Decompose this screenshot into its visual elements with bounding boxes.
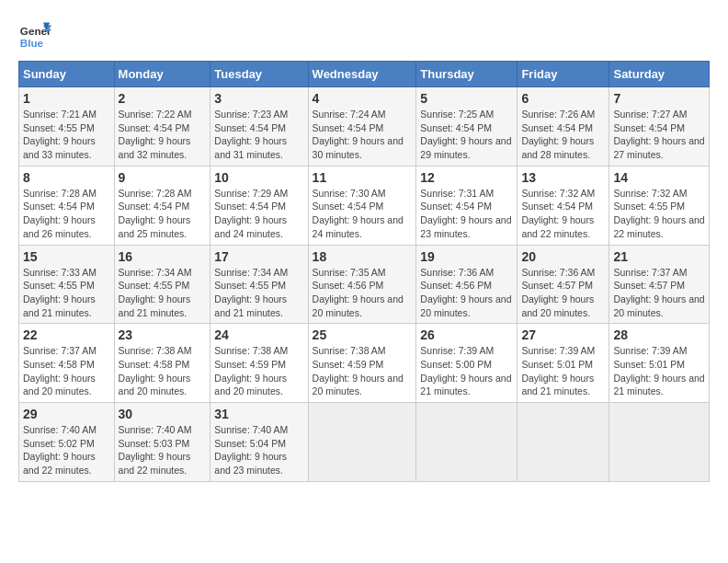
- day-info: Sunrise: 7:39 AM Sunset: 5:00 PM Dayligh…: [420, 344, 513, 398]
- day-number: 4: [313, 91, 413, 106]
- calendar-cell: 13 Sunrise: 7:32 AM Sunset: 4:54 PM Dayl…: [518, 166, 609, 245]
- sunset-label: Sunset: 4:59 PM: [313, 359, 384, 370]
- daylight-label: Daylight: 9 hours and 21 minutes.: [420, 373, 511, 397]
- calendar-cell: 9 Sunrise: 7:28 AM Sunset: 4:54 PM Dayli…: [114, 166, 210, 245]
- sunrise-label: Sunrise: 7:40 AM: [214, 424, 288, 435]
- calendar-cell: 23 Sunrise: 7:38 AM Sunset: 4:58 PM Dayl…: [114, 324, 210, 403]
- sunset-label: Sunset: 4:54 PM: [119, 122, 190, 133]
- calendar-cell: 2 Sunrise: 7:22 AM Sunset: 4:54 PM Dayli…: [114, 87, 210, 167]
- sunset-label: Sunset: 4:57 PM: [521, 280, 593, 291]
- sunset-label: Sunset: 4:54 PM: [214, 201, 286, 212]
- day-number: 9: [119, 170, 207, 185]
- daylight-label: Daylight: 9 hours and 31 minutes.: [214, 135, 287, 160]
- day-number: 12: [420, 170, 513, 185]
- day-number: 31: [214, 407, 303, 421]
- day-info: Sunrise: 7:37 AM Sunset: 4:58 PM Dayligh…: [23, 344, 110, 398]
- day-info: Sunrise: 7:34 AM Sunset: 4:55 PM Dayligh…: [214, 266, 303, 320]
- day-info: Sunrise: 7:23 AM Sunset: 4:54 PM Dayligh…: [214, 108, 303, 162]
- day-number: 28: [613, 327, 705, 342]
- sunset-label: Sunset: 4:55 PM: [23, 122, 95, 133]
- sunrise-label: Sunrise: 7:39 AM: [420, 345, 494, 356]
- calendar-cell: 19 Sunrise: 7:36 AM Sunset: 4:56 PM Dayl…: [416, 245, 518, 324]
- day-number: 7: [613, 91, 705, 106]
- day-number: 22: [23, 327, 110, 342]
- day-info: Sunrise: 7:27 AM Sunset: 4:54 PM Dayligh…: [613, 108, 705, 162]
- calendar-cell: [518, 403, 609, 482]
- sunrise-label: Sunrise: 7:36 AM: [521, 267, 595, 278]
- calendar-cell: [308, 403, 416, 482]
- calendar-cell: 3 Sunrise: 7:23 AM Sunset: 4:54 PM Dayli…: [210, 87, 308, 167]
- calendar-cell: 29 Sunrise: 7:40 AM Sunset: 5:02 PM Dayl…: [19, 403, 115, 482]
- calendar-cell: 26 Sunrise: 7:39 AM Sunset: 5:00 PM Dayl…: [416, 324, 518, 403]
- sunrise-label: Sunrise: 7:39 AM: [521, 345, 595, 356]
- sunrise-label: Sunrise: 7:40 AM: [23, 424, 97, 435]
- sunrise-label: Sunrise: 7:29 AM: [214, 188, 288, 199]
- day-number: 19: [420, 249, 513, 264]
- sunset-label: Sunset: 4:55 PM: [23, 280, 95, 291]
- daylight-label: Daylight: 9 hours and 23 minutes.: [420, 214, 511, 239]
- day-number: 24: [214, 327, 303, 342]
- sunrise-label: Sunrise: 7:31 AM: [420, 188, 494, 199]
- day-number: 16: [119, 249, 207, 264]
- daylight-label: Daylight: 9 hours and 24 minutes.: [313, 214, 404, 239]
- calendar-cell: 17 Sunrise: 7:34 AM Sunset: 4:55 PM Dayl…: [210, 245, 308, 324]
- calendar-cell: 8 Sunrise: 7:28 AM Sunset: 4:54 PM Dayli…: [19, 166, 115, 245]
- calendar-cell: 6 Sunrise: 7:26 AM Sunset: 4:54 PM Dayli…: [518, 87, 609, 167]
- daylight-label: Daylight: 9 hours and 20 minutes.: [613, 293, 704, 318]
- day-number: 26: [420, 327, 513, 342]
- day-info: Sunrise: 7:32 AM Sunset: 4:54 PM Dayligh…: [521, 187, 605, 241]
- sunset-label: Sunset: 5:00 PM: [420, 359, 492, 370]
- sunrise-label: Sunrise: 7:33 AM: [23, 267, 97, 278]
- sunset-label: Sunset: 4:54 PM: [420, 201, 492, 212]
- sunrise-label: Sunrise: 7:32 AM: [521, 188, 595, 199]
- daylight-label: Daylight: 9 hours and 26 minutes.: [23, 214, 96, 239]
- calendar-cell: [416, 403, 518, 482]
- day-info: Sunrise: 7:34 AM Sunset: 4:55 PM Dayligh…: [119, 266, 207, 320]
- day-info: Sunrise: 7:38 AM Sunset: 4:59 PM Dayligh…: [313, 344, 413, 398]
- sunset-label: Sunset: 4:55 PM: [613, 201, 685, 212]
- sunset-label: Sunset: 4:54 PM: [313, 122, 384, 133]
- day-info: Sunrise: 7:25 AM Sunset: 4:54 PM Dayligh…: [420, 108, 513, 162]
- day-number: 5: [420, 91, 513, 106]
- sunset-label: Sunset: 4:59 PM: [214, 359, 286, 370]
- sunset-label: Sunset: 4:56 PM: [313, 280, 384, 291]
- sunset-label: Sunset: 4:54 PM: [313, 201, 384, 212]
- daylight-label: Daylight: 9 hours and 21 minutes.: [119, 293, 191, 318]
- sunset-label: Sunset: 5:04 PM: [214, 438, 286, 449]
- calendar-week-row: 29 Sunrise: 7:40 AM Sunset: 5:02 PM Dayl…: [19, 403, 710, 482]
- day-number: 6: [521, 91, 605, 106]
- sunset-label: Sunset: 5:02 PM: [23, 438, 95, 449]
- daylight-label: Daylight: 9 hours and 21 minutes.: [214, 293, 287, 318]
- logo: General Blue: [18, 18, 57, 52]
- sunrise-label: Sunrise: 7:38 AM: [313, 345, 386, 356]
- sunrise-label: Sunrise: 7:25 AM: [420, 109, 494, 120]
- header-friday: Friday: [518, 62, 609, 87]
- sunrise-label: Sunrise: 7:30 AM: [313, 188, 386, 199]
- day-number: 20: [521, 249, 605, 264]
- header-saturday: Saturday: [609, 62, 710, 87]
- calendar-cell: 21 Sunrise: 7:37 AM Sunset: 4:57 PM Dayl…: [609, 245, 710, 324]
- day-info: Sunrise: 7:36 AM Sunset: 4:56 PM Dayligh…: [420, 266, 513, 320]
- sunset-label: Sunset: 4:57 PM: [613, 280, 685, 291]
- sunset-label: Sunset: 4:55 PM: [119, 280, 190, 291]
- day-info: Sunrise: 7:24 AM Sunset: 4:54 PM Dayligh…: [313, 108, 413, 162]
- sunrise-label: Sunrise: 7:24 AM: [313, 109, 386, 120]
- sunrise-label: Sunrise: 7:23 AM: [214, 109, 288, 120]
- calendar-cell: 20 Sunrise: 7:36 AM Sunset: 4:57 PM Dayl…: [518, 245, 609, 324]
- calendar-cell: 11 Sunrise: 7:30 AM Sunset: 4:54 PM Dayl…: [308, 166, 416, 245]
- sunset-label: Sunset: 4:54 PM: [420, 122, 492, 133]
- sunset-label: Sunset: 4:54 PM: [23, 201, 95, 212]
- daylight-label: Daylight: 9 hours and 21 minutes.: [613, 373, 704, 397]
- calendar-cell: 10 Sunrise: 7:29 AM Sunset: 4:54 PM Dayl…: [210, 166, 308, 245]
- sunrise-label: Sunrise: 7:32 AM: [613, 188, 687, 199]
- sunset-label: Sunset: 4:56 PM: [420, 280, 492, 291]
- day-number: 13: [521, 170, 605, 185]
- sunrise-label: Sunrise: 7:28 AM: [119, 188, 192, 199]
- day-number: 30: [119, 407, 207, 421]
- day-info: Sunrise: 7:39 AM Sunset: 5:01 PM Dayligh…: [521, 344, 605, 398]
- header-sunday: Sunday: [19, 62, 115, 87]
- daylight-label: Daylight: 9 hours and 20 minutes.: [420, 293, 511, 318]
- calendar-cell: 16 Sunrise: 7:34 AM Sunset: 4:55 PM Dayl…: [114, 245, 210, 324]
- day-number: 27: [521, 327, 605, 342]
- day-info: Sunrise: 7:30 AM Sunset: 4:54 PM Dayligh…: [313, 187, 413, 241]
